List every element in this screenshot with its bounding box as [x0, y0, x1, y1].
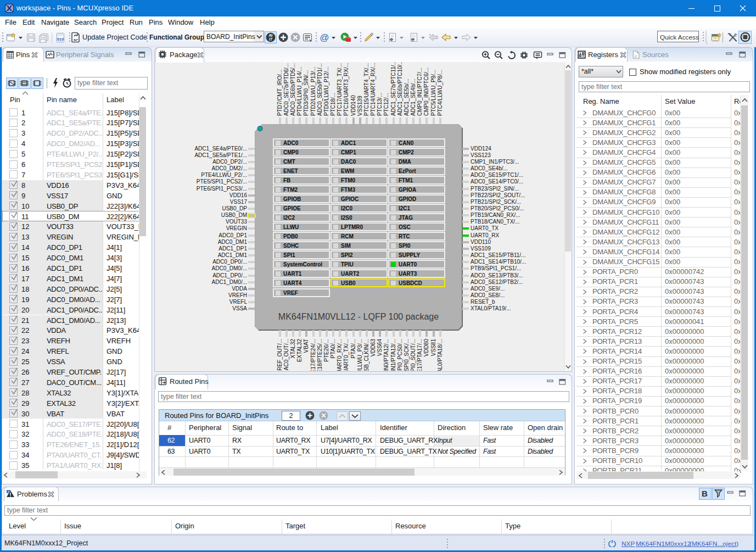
svg-text:010: 010 — [57, 37, 64, 41]
svg-text:IN: IN — [269, 34, 273, 37]
svg-text:c: c — [635, 54, 637, 59]
svg-text:@: @ — [320, 32, 329, 43]
